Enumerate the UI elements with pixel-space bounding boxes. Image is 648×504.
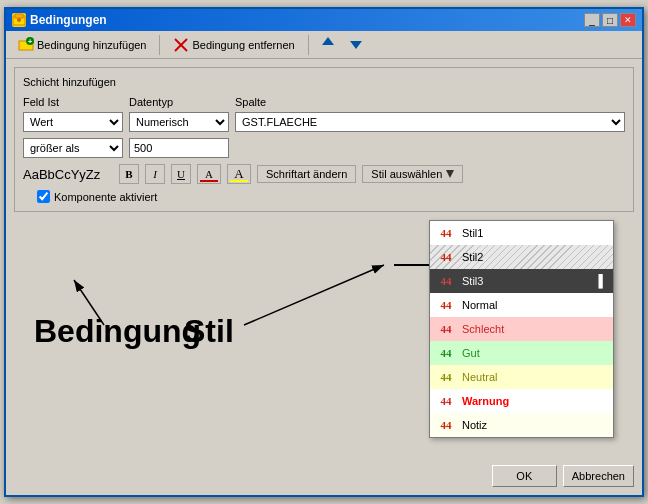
content-area: Schicht hinzufügen Feld Ist Datentyp Spa… [6,59,642,368]
window-title: Bedingungen [30,13,107,27]
title-bar: Bedingungen _ □ ✕ [6,9,642,31]
bold-button[interactable]: B [119,164,139,184]
svg-marker-9 [350,41,362,49]
svg-rect-1 [15,14,23,18]
svg-point-2 [17,18,21,22]
maximize-button[interactable]: □ [602,13,618,27]
dropdown-item-stil2[interactable]: 44 Stil2 [430,245,613,269]
datentyp-label: Datentyp [129,96,173,108]
preview-text: AaBbCcYyZz [23,167,113,182]
remove-condition-button[interactable]: Bedingung entfernen [167,35,300,55]
dropdown-item-stil1[interactable]: 44 Stil1 [430,221,613,245]
dropdown-item-gut[interactable]: 44 Gut [430,341,613,365]
active-checkbox[interactable] [37,190,50,203]
gut-text: Gut [462,347,480,359]
feld-ist-label: Feld Ist [23,96,59,108]
schriftart-button[interactable]: Schriftart ändern [257,165,356,183]
dropdown-item-schlecht[interactable]: 44 Schlecht [430,317,613,341]
stil1-icon: 44 [436,225,456,241]
italic-button[interactable]: I [145,164,165,184]
feld-ist-select[interactable]: Wert [23,112,123,132]
move-down-button[interactable] [344,33,368,56]
stil1-text: Stil1 [462,227,483,239]
cursor-indicator: ▌ [598,274,607,288]
notiz-icon: 44 [436,417,456,433]
svg-text:+: + [28,37,33,46]
checkbox-label: Komponente aktiviert [54,191,157,203]
gut-icon: 44 [436,345,456,361]
svg-marker-8 [322,37,334,45]
threshold-input[interactable] [129,138,229,158]
labels-row: Feld Ist Datentyp Spalte [23,96,625,108]
checkbox-row: Komponente aktiviert [23,190,625,203]
diagram-area: Bedingung Stil 44 Stil1 44 Stil2 44 Stil… [14,220,634,360]
svg-marker-10 [446,170,454,178]
neutral-icon: 44 [436,369,456,385]
title-bar-left: Bedingungen [12,13,107,27]
toolbar: + Bedingung hinzufügen Bedingung entfern… [6,31,642,59]
style-dropdown-popup: 44 Stil1 44 Stil2 44 Stil3 ▌ 44 Normal [429,220,614,438]
toolbar-separator [159,35,160,55]
dropdown-item-stil3[interactable]: 44 Stil3 ▌ [430,269,613,293]
add-condition-button[interactable]: + Bedingung hinzufügen [12,35,152,55]
window-icon [12,13,26,27]
ok-button[interactable]: OK [492,465,557,487]
add-icon: + [18,37,34,53]
remove-condition-label: Bedingung entfernen [192,39,294,51]
condition-row: größer als [23,138,625,158]
cancel-button[interactable]: Abbrechen [563,465,634,487]
font-color-button[interactable]: A [197,164,221,184]
group-box: Schicht hinzufügen Feld Ist Datentyp Spa… [14,67,634,212]
group-title: Schicht hinzufügen [23,76,625,88]
stil3-icon: 44 [436,273,456,289]
notiz-text: Notiz [462,419,487,431]
normal-text: Normal [462,299,497,311]
stil3-text: Stil3 [462,275,483,287]
stil2-text: Stil2 [462,251,483,263]
dropdowns-row: Wert Numerisch GST.FLAECHE [23,112,625,132]
main-window: Bedingungen _ □ ✕ + Bedingung hinzufügen [4,7,644,497]
dropdown-item-neutral[interactable]: 44 Neutral [430,365,613,389]
toolbar-separator2 [308,35,309,55]
minimize-button[interactable]: _ [584,13,600,27]
stil-select-button[interactable]: Stil auswählen [362,165,463,183]
stil2-icon: 44 [436,249,456,265]
dropdown-item-normal[interactable]: 44 Normal [430,293,613,317]
warnung-text: Warnung [462,395,509,407]
footer: OK Abbrechen [492,465,634,487]
dropdown-item-notiz[interactable]: 44 Notiz [430,413,613,437]
normal-icon: 44 [436,297,456,313]
schlecht-text: Schlecht [462,323,504,335]
stil-diagram-label: Stil [184,313,234,350]
title-controls: _ □ ✕ [584,13,636,27]
schriftart-label: Schriftart ändern [266,168,347,180]
spalte-select[interactable]: GST.FLAECHE [235,112,625,132]
neutral-text: Neutral [462,371,497,383]
bedingung-diagram-label: Bedingung [34,313,201,350]
add-condition-label: Bedingung hinzufügen [37,39,146,51]
move-up-button[interactable] [316,33,340,56]
svg-line-13 [244,265,384,325]
formatting-row: AaBbCcYyZz B I U A A Schriftart ändern [23,164,625,184]
datentyp-select[interactable]: Numerisch [129,112,229,132]
stil-select-container: Stil auswählen [362,165,463,183]
dropdown-item-warnung[interactable]: 44 Warnung [430,389,613,413]
remove-icon [173,37,189,53]
dropdown-arrow-icon [446,170,454,178]
stil-select-label: Stil auswählen [371,168,442,180]
close-button[interactable]: ✕ [620,13,636,27]
spalte-label: Spalte [235,96,266,108]
warnung-icon: 44 [436,393,456,409]
bg-color-button[interactable]: A [227,164,251,184]
underline-button[interactable]: U [171,164,191,184]
condition-select[interactable]: größer als [23,138,123,158]
schlecht-icon: 44 [436,321,456,337]
